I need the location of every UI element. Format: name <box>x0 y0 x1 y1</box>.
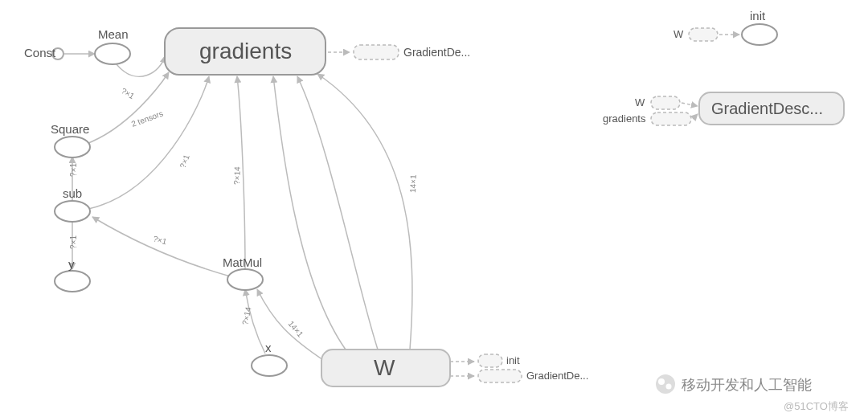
edgelabel-sub-square: ?×1 <box>69 163 78 177</box>
edge-w-gradients-c <box>317 74 412 350</box>
label-square: Square <box>51 122 89 136</box>
label-const: Const <box>24 46 56 59</box>
pill-init-right[interactable] <box>478 354 502 367</box>
edge-w-gradients-a <box>273 76 346 350</box>
watermark-line2: @51CTO博客 <box>784 400 849 412</box>
mini-pill-w1[interactable] <box>689 28 718 41</box>
mini-edge-w-gd <box>682 103 698 106</box>
edgelabel-mean-grad: ?×1 <box>120 86 137 100</box>
label-gradients: gradients <box>199 39 292 63</box>
node-mean[interactable] <box>95 43 130 64</box>
mini-edge-grad-gd <box>693 114 698 119</box>
pill-gradientde-right[interactable] <box>478 370 522 382</box>
edgelabel-x-matmul: ?×14 <box>240 306 253 326</box>
label-y: y <box>68 257 75 271</box>
svg-point-1 <box>666 384 672 390</box>
node-square[interactable] <box>55 137 90 157</box>
mini-label-gradients: gradients <box>603 112 646 125</box>
mini-node-init[interactable] <box>742 24 777 45</box>
label-x: x <box>265 341 272 354</box>
edge-w-gradients-b <box>297 76 378 350</box>
mini-label-w1: W <box>674 28 684 40</box>
watermark-line1: 移动开发和人工智能 <box>682 377 812 393</box>
edgelabel-sub-y: ?×1 <box>69 235 78 249</box>
node-x[interactable] <box>252 355 287 376</box>
edgelabel-w-grad: 14×1 <box>408 174 418 193</box>
mini-label-gd: GradientDesc... <box>711 100 823 117</box>
mini-pill-w2[interactable] <box>651 96 680 109</box>
edge-sub-gradients <box>88 76 209 209</box>
edge-square-gradients <box>84 72 169 145</box>
label-sub: sub <box>63 186 82 200</box>
edgelabel-matmul-sub: ?×1 <box>152 234 168 246</box>
label-matmul: MatMul <box>223 256 262 269</box>
svg-point-0 <box>658 378 665 385</box>
label-w: W <box>374 355 395 380</box>
edge-matmul-sub <box>92 217 233 277</box>
node-matmul[interactable] <box>227 269 263 290</box>
wechat-icon <box>656 374 675 394</box>
edgelabel-w-matmul: 14×1 <box>286 319 305 339</box>
mini-label-w2: W <box>635 96 645 108</box>
label-gradientde-right: GradientDe... <box>526 370 588 382</box>
label-gradientde-top: GradientDe... <box>403 46 470 59</box>
mini-pill-gradients[interactable] <box>651 112 691 125</box>
edgelabel-sub-grad: ?×1 <box>178 153 191 170</box>
pill-gradientde-top[interactable] <box>354 45 399 59</box>
node-y[interactable] <box>55 271 90 292</box>
label-init-right: init <box>506 354 520 366</box>
label-mean: Mean <box>98 27 129 41</box>
mini-label-init: init <box>750 9 766 22</box>
edgelabel-matmul-grad: ?×14 <box>232 166 242 185</box>
node-sub[interactable] <box>55 201 90 222</box>
